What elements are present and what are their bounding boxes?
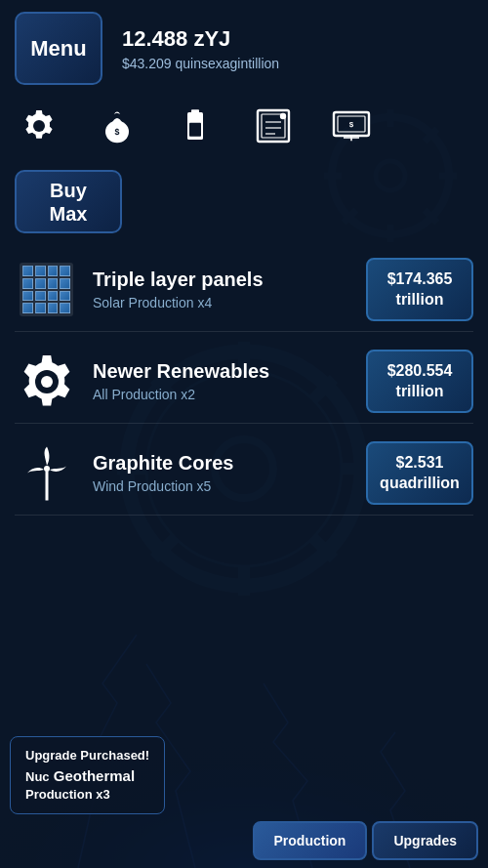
svg-point-22 (33, 120, 45, 132)
upgrade-purchased-notification: Upgrade Purchased!Nuc GeothermalProducti… (10, 736, 165, 814)
upgrade-item-triple-panels: Triple layer panels Solar Production x4 … (15, 248, 473, 332)
nav-icons: $ (0, 97, 488, 165)
upgrade-price-newer-renewables[interactable]: $280.554trillion (366, 350, 473, 413)
currency-display: 12.488 zYJ $43.209 quinsexagintillion (122, 26, 279, 71)
bottom-tabs: Production Upgrades (243, 813, 488, 868)
main-content: Menu 12.488 zYJ $43.209 quinsexagintilli… (0, 0, 488, 868)
solar-panel-icon (15, 258, 78, 321)
tab-upgrades[interactable]: Upgrades (372, 821, 478, 860)
svg-rect-41 (45, 471, 48, 500)
upgrade-info-graphite-cores: Graphite Cores Wind Production x5 (93, 452, 351, 494)
upgrade-info-newer-renewables: Newer Renewables All Production x2 (93, 360, 351, 402)
upgrade-price-triple-panels[interactable]: $174.365trillion (366, 258, 473, 321)
buy-max-button[interactable]: BuyMax (15, 170, 122, 233)
upgrade-desc-triple-panels: Solar Production x4 (93, 295, 351, 310)
buy-max-section: BuyMax (0, 165, 488, 248)
wind-turbine-icon (15, 441, 78, 505)
money-bag-icon[interactable]: $ (93, 102, 142, 150)
svg-text:$: $ (115, 127, 120, 137)
gear-upgrade-icon (15, 350, 78, 413)
battery-icon[interactable] (171, 102, 220, 150)
tab-production[interactable]: Production (253, 821, 368, 860)
upgrade-desc-newer-renewables: All Production x2 (93, 387, 351, 402)
blueprint-icon[interactable] (249, 102, 298, 150)
settings-icon[interactable] (15, 102, 63, 150)
upgrade-info-triple-panels: Triple layer panels Solar Production x4 (93, 269, 351, 310)
currency-secondary: $43.209 quinsexagintillion (122, 56, 279, 71)
svg-rect-27 (189, 123, 201, 137)
header: Menu 12.488 zYJ $43.209 quinsexagintilli… (0, 0, 488, 97)
svg-point-33 (280, 113, 286, 119)
svg-rect-26 (191, 109, 199, 113)
notification-text: Upgrade Purchased!Nuc GeothermalProducti… (25, 747, 149, 804)
svg-point-42 (44, 466, 50, 472)
menu-button[interactable]: Menu (15, 12, 102, 85)
upgrade-price-graphite-cores[interactable]: $2.531quadrillion (366, 441, 473, 505)
monitor-icon[interactable]: $ (327, 102, 376, 150)
upgrade-item-graphite-cores: Graphite Cores Wind Production x5 $2.531… (15, 432, 473, 516)
svg-point-40 (41, 376, 53, 388)
svg-text:$: $ (349, 120, 354, 129)
upgrade-name-newer-renewables: Newer Renewables (93, 360, 351, 383)
upgrade-name-graphite-cores: Graphite Cores (93, 452, 351, 475)
upgrade-name-triple-panels: Triple layer panels (93, 269, 351, 291)
currency-primary: 12.488 zYJ (122, 26, 279, 52)
upgrade-list: Triple layer panels Solar Production x4 … (0, 248, 488, 516)
upgrade-item-newer-renewables: Newer Renewables All Production x2 $280.… (15, 340, 473, 424)
upgrade-desc-graphite-cores: Wind Production x5 (93, 478, 351, 494)
